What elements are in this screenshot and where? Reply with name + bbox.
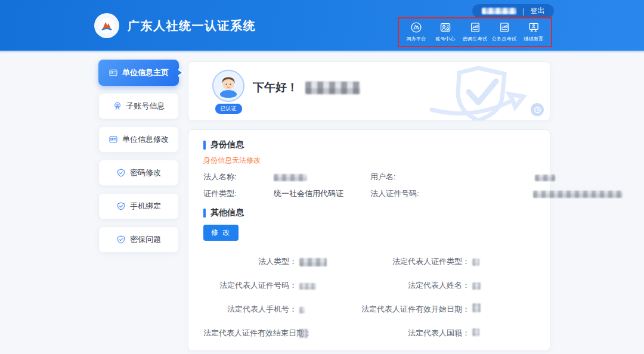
field-value-redacted (470, 305, 538, 314)
sidebar-item-label: 单位信息主页 (122, 67, 169, 78)
field-label: 法人名称: (203, 172, 274, 182)
field-value-redacted (470, 281, 538, 290)
portal-icon (410, 21, 422, 33)
field-label: 法定代表人证件类型： (352, 256, 470, 267)
nav-item-label: 公务员考试 (492, 36, 516, 43)
greeting-text: 下午好！ (253, 80, 360, 95)
avatar (212, 70, 244, 102)
nav-item-web-platform[interactable]: 网办平台 (401, 21, 431, 43)
nav-item-label: 选调生考试 (463, 36, 487, 43)
education-screen-icon (528, 21, 540, 33)
nav-item-label: 网办平台 (406, 36, 426, 43)
page: 广东人社统一认证系统 | 登出 网办平台 (0, 0, 644, 354)
shield-watermark-icon (402, 63, 539, 121)
field-label: 法人类型： (203, 256, 297, 267)
field-value-redacted (297, 257, 352, 266)
other-section-title: 其他信息 (203, 207, 550, 218)
field-value-redacted (297, 328, 352, 338)
field-label: 法定代表人证件有效结束日期： (203, 328, 297, 339)
user-session-pill[interactable]: | 登出 (472, 4, 554, 18)
id-card-icon (109, 68, 118, 77)
brand: 广东人社统一认证系统 (94, 13, 256, 38)
annotation-box: 网办平台 账号中心 100 选调生考试 (398, 17, 552, 47)
sidebar: 单位信息主页 子账号信息 单位信息修改 密码修改 手机绑 (98, 60, 179, 260)
field-label: 法定代表人证件号码： (203, 280, 297, 291)
sidebar-item-label: 密保问题 (130, 234, 161, 245)
section-title-bar (203, 209, 206, 218)
field-label: 法人证件号码: (370, 188, 453, 199)
sidebar-item-sub-account[interactable]: 子账号信息 (98, 93, 179, 119)
unit-info-card: 身份信息 身份信息无法修改 法人名称: 用户名: 证件类型: 统一社会信用代码证… (188, 129, 550, 351)
field-label: 法定代表人国籍： (352, 328, 470, 339)
app-logo-icon (94, 13, 119, 38)
sidebar-item-phone-binding[interactable]: 手机绑定 (98, 193, 179, 219)
sub-account-badge-icon (113, 101, 122, 111)
sidebar-item-security-question[interactable]: 密保问题 (98, 226, 179, 253)
username-redacted (482, 8, 516, 14)
avatar-wrap: 已认证 (211, 70, 246, 114)
shield-check-icon (116, 235, 126, 244)
shield-check-icon (116, 201, 126, 211)
sidebar-item-password-change[interactable]: 密码修改 (98, 160, 179, 186)
nav-item-account-center[interactable]: 账号中心 (431, 21, 460, 43)
sidebar-item-label: 子账号信息 (126, 101, 165, 111)
user-name-redacted (305, 82, 360, 94)
sidebar-item-unit-info-home[interactable]: 单位信息主页 (98, 60, 179, 86)
nav-item-continuing-education[interactable]: 继续教育 (519, 21, 549, 43)
greeting-card: 已认证 下午好！ (188, 61, 550, 121)
modify-button[interactable]: 修 改 (203, 225, 239, 241)
field-value-redacted (297, 281, 352, 290)
logout-button[interactable]: 登出 (530, 6, 544, 16)
account-center-icon (439, 21, 451, 33)
id-card-icon (109, 135, 118, 144)
exam-score-icon: 100 (499, 21, 510, 33)
field-label: 法定代表人证件有效开始日期： (352, 304, 470, 315)
identity-section-title: 身份信息 (203, 139, 550, 150)
active-arrow-icon (178, 69, 184, 77)
nav-item-xuandiao-exam[interactable]: 100 选调生考试 (460, 21, 490, 43)
field-label: 法定代表人手机号： (203, 304, 297, 315)
sidebar-item-unit-info-modify[interactable]: 单位信息修改 (98, 126, 179, 153)
field-value-redacted (470, 329, 538, 338)
field-value-redacted (453, 190, 623, 198)
nav-item-label: 账号中心 (436, 36, 456, 43)
sidebar-item-label: 密码修改 (130, 167, 161, 178)
field-label: 法定代表人姓名： (352, 280, 470, 291)
sidebar-item-label: 手机绑定 (130, 201, 161, 212)
field-value: 统一社会信用代码证 (274, 188, 370, 199)
exam-score-icon: 100 (469, 21, 481, 33)
app-header: 广东人社统一认证系统 | 登出 网办平台 (0, 0, 644, 52)
section-title-bar (203, 141, 206, 150)
nav-item-civil-servant-exam[interactable]: 100 公务员考试 (490, 21, 519, 43)
field-label: 证件类型: (203, 188, 274, 199)
identity-warning-text: 身份信息无法修改 (203, 156, 550, 166)
shield-check-icon (116, 168, 126, 178)
field-value-redacted (453, 173, 623, 182)
field-label: 用户名: (370, 172, 453, 182)
certified-badge: 已认证 (215, 103, 243, 114)
nav-item-label: 继续教育 (524, 36, 544, 43)
page-title: 广东人社统一认证系统 (128, 18, 256, 34)
field-value-redacted (297, 305, 352, 314)
sidebar-item-label: 单位信息修改 (122, 134, 169, 145)
field-value-redacted (274, 173, 370, 182)
field-value-redacted (470, 257, 538, 266)
pill-divider: | (522, 7, 524, 15)
history-corner-icon (531, 103, 544, 116)
